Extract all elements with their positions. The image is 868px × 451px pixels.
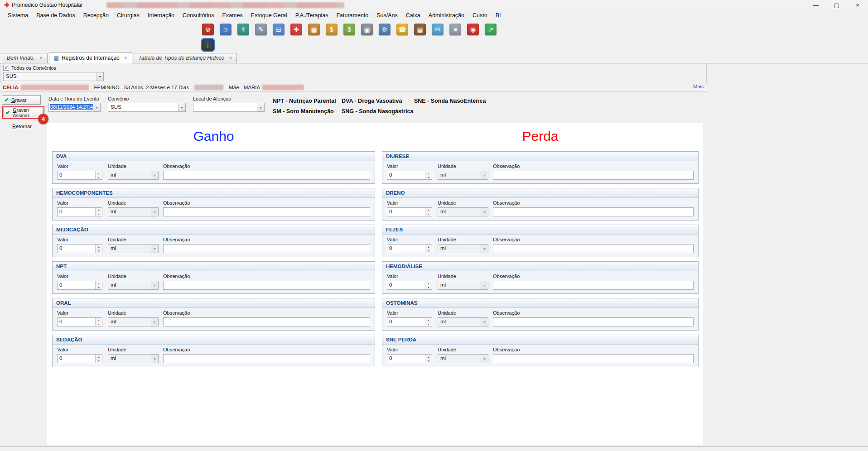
spinner-buttons[interactable]: ▴ ▾ xyxy=(95,355,102,363)
spinner-buttons[interactable]: ▴ ▾ xyxy=(425,281,432,289)
dropdown-arrow-icon[interactable]: ▾ xyxy=(151,281,158,289)
unidade-select[interactable]: ml ▾ xyxy=(438,244,488,253)
spinner-buttons[interactable]: ▴ ▾ xyxy=(425,245,432,253)
valor-input[interactable]: 0 ▴ ▾ xyxy=(387,244,432,253)
local-afericao-select[interactable]: ▾ xyxy=(193,103,265,112)
toolbar-power-icon[interactable]: ◉ xyxy=(467,24,479,35)
valor-input[interactable]: 0 ▴ ▾ xyxy=(57,317,102,326)
spinner-up-icon[interactable]: ▴ xyxy=(425,208,432,212)
spinner-down-icon[interactable]: ▾ xyxy=(425,322,432,326)
dropdown-arrow-icon[interactable]: ▾ xyxy=(151,318,158,326)
dropdown-arrow-icon[interactable]: ▾ xyxy=(481,245,488,253)
observacao-input[interactable] xyxy=(163,317,370,326)
spinner-up-icon[interactable]: ▴ xyxy=(96,281,102,285)
gravar-button[interactable]: ✔ Gravar xyxy=(2,95,41,105)
toolbar-stock-icon[interactable]: ▦ xyxy=(308,24,320,35)
menu-item-consultorios[interactable]: Consultórios xyxy=(178,11,218,20)
spinner-up-icon[interactable]: ▴ xyxy=(425,171,432,175)
valor-input[interactable]: 0 ▴ ▾ xyxy=(57,171,102,180)
valor-input[interactable]: 0 ▴ ▾ xyxy=(57,281,102,290)
spinner-down-icon[interactable]: ▾ xyxy=(425,359,432,363)
spinner-down-icon[interactable]: ▾ xyxy=(425,249,432,253)
tab-close-icon[interactable]: × xyxy=(39,55,43,61)
spinner-up-icon[interactable]: ▴ xyxy=(425,281,432,285)
toolbar-admin-icon[interactable]: ⚙ xyxy=(379,24,391,35)
unidade-select[interactable]: ml ▾ xyxy=(108,171,159,180)
unidade-select[interactable]: ml ▾ xyxy=(438,171,488,180)
valor-input[interactable]: 0 ▴ ▾ xyxy=(57,207,102,216)
dropdown-arrow-icon[interactable]: ▾ xyxy=(96,72,103,81)
event-datetime-field[interactable]: 08/11/2024 14:27:42 ▾ xyxy=(48,103,101,112)
unidade-select[interactable]: ml ▾ xyxy=(108,354,159,363)
observacao-input[interactable] xyxy=(493,317,694,326)
spinner-up-icon[interactable]: ▴ xyxy=(425,245,432,249)
convenio-select[interactable]: SUS ▾ xyxy=(108,103,186,112)
dropdown-arrow-icon[interactable]: ▾ xyxy=(481,318,488,326)
spinner-down-icon[interactable]: ▾ xyxy=(96,212,102,216)
toolbar-cash-icon[interactable]: $ xyxy=(343,24,355,35)
menu-item-pa-terapias[interactable]: P.A./Terapias xyxy=(291,11,333,20)
menu-item-exames[interactable]: Exames xyxy=(218,11,247,20)
spinner-down-icon[interactable]: ▾ xyxy=(96,285,102,289)
spinner-up-icon[interactable]: ▴ xyxy=(425,355,432,359)
toolbar-safe-icon[interactable]: ▣ xyxy=(361,24,373,35)
spinner-down-icon[interactable]: ▾ xyxy=(96,175,102,179)
toolbar-book-icon[interactable]: ▤ xyxy=(414,24,426,35)
spinner-buttons[interactable]: ▴ ▾ xyxy=(95,208,102,216)
valor-input[interactable]: 0 ▴ ▾ xyxy=(387,281,432,290)
valor-input[interactable]: 0 ▴ ▾ xyxy=(57,354,102,363)
toolbar-exams-icon[interactable]: ✎ xyxy=(255,24,267,35)
tab-registros-internacao[interactable]: ▤ Registros de Internação × xyxy=(49,52,132,63)
maximize-button[interactable]: ▢ xyxy=(826,0,847,10)
toolbar-bed-icon[interactable]: ⊟ xyxy=(273,24,285,35)
dropdown-arrow-icon[interactable]: ▾ xyxy=(151,208,158,216)
menu-item-caixa[interactable]: Caixa xyxy=(402,11,424,20)
unidade-select[interactable]: ml ▾ xyxy=(108,207,159,216)
toolbar-report-icon[interactable]: ≡ xyxy=(449,24,461,35)
dropdown-arrow-icon[interactable]: ▾ xyxy=(481,355,488,363)
observacao-input[interactable] xyxy=(163,171,370,180)
spinner-up-icon[interactable]: ▴ xyxy=(425,318,432,322)
spinner-up-icon[interactable]: ▴ xyxy=(96,171,102,175)
toolbar-security-icon[interactable]: ⊘ xyxy=(202,24,214,35)
unidade-select[interactable]: ml ▾ xyxy=(438,207,488,216)
observacao-input[interactable] xyxy=(163,354,370,363)
unidade-select[interactable]: ml ▾ xyxy=(108,244,159,253)
observacao-input[interactable] xyxy=(163,244,370,253)
observacao-input[interactable] xyxy=(493,207,694,216)
valor-input[interactable]: 0 ▴ ▾ xyxy=(57,244,102,253)
tab-tabela-balanco-hidrico[interactable]: Tabela de Tipos de Balanço Hídrico × xyxy=(134,53,237,63)
valor-input[interactable]: 0 ▴ ▾ xyxy=(387,317,432,326)
unidade-select[interactable]: ml ▾ xyxy=(108,317,159,326)
mais-link[interactable]: Mais... xyxy=(693,84,708,89)
valor-input[interactable]: 0 ▴ ▾ xyxy=(387,171,432,180)
menu-item-cirurgias[interactable]: Cirurgias xyxy=(113,11,144,20)
spinner-up-icon[interactable]: ▴ xyxy=(96,318,102,322)
spinner-down-icon[interactable]: ▾ xyxy=(425,285,432,289)
observacao-input[interactable] xyxy=(493,244,694,253)
observacao-input[interactable] xyxy=(493,354,694,363)
spinner-down-icon[interactable]: ▾ xyxy=(96,322,102,326)
observacao-input[interactable] xyxy=(493,171,694,180)
spinner-buttons[interactable]: ▴ ▾ xyxy=(425,355,432,363)
dropdown-arrow-icon[interactable]: ▾ xyxy=(93,103,100,111)
toolbar-reception-icon[interactable]: ☺ xyxy=(220,24,231,35)
dropdown-arrow-icon[interactable]: ▾ xyxy=(481,171,488,179)
unidade-select[interactable]: ml ▾ xyxy=(438,354,488,363)
spinner-buttons[interactable]: ▴ ▾ xyxy=(425,318,432,326)
menu-item-estoque-geral[interactable]: Estoque Geral xyxy=(247,11,291,20)
observacao-input[interactable] xyxy=(163,281,370,290)
spinner-buttons[interactable]: ▴ ▾ xyxy=(425,208,432,216)
spinner-up-icon[interactable]: ▴ xyxy=(96,245,102,249)
menu-item-custo[interactable]: Custo xyxy=(468,11,492,20)
spinner-down-icon[interactable]: ▾ xyxy=(96,249,102,253)
spinner-buttons[interactable]: ▴ ▾ xyxy=(425,171,432,179)
toolbar-billing-icon[interactable]: $ xyxy=(326,24,338,35)
spinner-down-icon[interactable]: ▾ xyxy=(96,359,102,363)
toolbar-ambulance-icon[interactable]: ✚ xyxy=(290,24,302,35)
minimize-button[interactable]: — xyxy=(805,0,826,10)
menu-item-internacao[interactable]: Internação xyxy=(144,11,178,20)
tab-close-icon[interactable]: × xyxy=(229,55,232,61)
spinner-up-icon[interactable]: ▴ xyxy=(96,208,102,212)
unidade-select[interactable]: ml ▾ xyxy=(438,281,488,290)
